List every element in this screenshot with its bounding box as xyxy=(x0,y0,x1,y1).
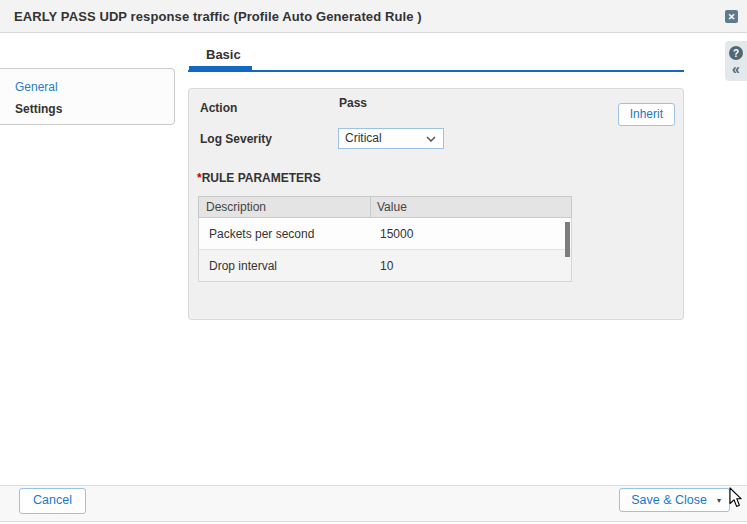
chevron-down-icon xyxy=(426,136,436,142)
log-severity-selected-value: Critical xyxy=(345,131,382,145)
mouse-cursor-icon xyxy=(729,487,743,508)
rule-parameters-title: RULE PARAMETERS xyxy=(202,171,321,185)
cell-value: 15000 xyxy=(380,227,413,241)
sidebar: General Settings xyxy=(0,68,175,125)
close-button[interactable]: ✕ xyxy=(725,10,738,23)
active-tab-indicator xyxy=(189,66,252,72)
action-label: Action xyxy=(200,101,237,115)
inherit-button[interactable]: Inherit xyxy=(618,103,675,126)
save-close-label: Save & Close xyxy=(631,489,707,511)
dropdown-caret-icon[interactable]: ▾ xyxy=(717,488,721,512)
cell-description: Packets per second xyxy=(209,227,380,241)
help-icon[interactable]: ? xyxy=(729,46,743,60)
column-header-description: Description xyxy=(199,197,370,217)
close-icon: ✕ xyxy=(728,12,736,22)
side-toolbar: ? « xyxy=(725,41,747,81)
tab-basic[interactable]: Basic xyxy=(206,47,241,62)
table-row[interactable]: Drop interval 10 xyxy=(199,249,571,281)
table-body: Packets per second 15000 Drop interval 1… xyxy=(198,218,572,282)
scrollbar-thumb[interactable] xyxy=(565,222,570,257)
cancel-button[interactable]: Cancel xyxy=(19,488,86,514)
cell-description: Drop interval xyxy=(209,259,380,273)
rule-parameters-heading: *RULE PARAMETERS xyxy=(197,171,321,185)
settings-panel: Action Pass Inherit Log Severity Critica… xyxy=(188,88,684,320)
title-bar: EARLY PASS UDP response traffic (Profile… xyxy=(0,0,747,33)
table-scrollbar[interactable] xyxy=(564,218,571,281)
log-severity-select[interactable]: Critical xyxy=(338,128,444,149)
tab-bar-underline xyxy=(188,70,684,72)
dialog-title: EARLY PASS UDP response traffic (Profile… xyxy=(14,9,422,24)
rule-parameters-table: Description Value Packets per second 150… xyxy=(198,196,572,282)
sidebar-item-settings[interactable]: Settings xyxy=(15,102,62,116)
save-close-button[interactable]: Save & Close ▾ xyxy=(619,488,730,512)
column-header-value: Value xyxy=(370,197,571,217)
cell-value: 10 xyxy=(380,259,393,273)
table-row[interactable]: Packets per second 15000 xyxy=(199,218,571,249)
rule-dialog: EARLY PASS UDP response traffic (Profile… xyxy=(0,0,747,524)
sidebar-item-general[interactable]: General xyxy=(15,80,58,94)
table-header-row: Description Value xyxy=(198,196,572,218)
log-severity-label: Log Severity xyxy=(200,132,272,146)
collapse-panel-icon[interactable]: « xyxy=(725,62,747,77)
action-value: Pass xyxy=(339,96,367,110)
